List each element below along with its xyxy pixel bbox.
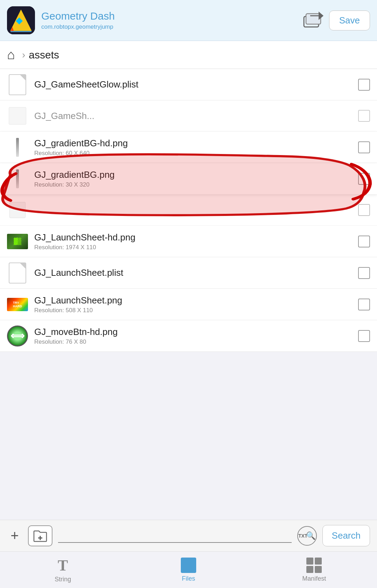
thumb-text: TRYHARD	[13, 301, 22, 308]
doc-icon	[9, 74, 26, 95]
file-thumb-2	[7, 105, 28, 126]
txt-search-button[interactable]: TXT 🔍	[297, 526, 317, 546]
breadcrumb-separator: ›	[22, 49, 25, 61]
files-icon-block	[181, 558, 196, 573]
file-name: GJ_LaunchSheet-hd.png	[34, 232, 358, 243]
doc-icon	[9, 262, 26, 284]
file-info-3: GJ_gradientBG-hd.png Resolution: 60 X 64…	[34, 138, 358, 157]
file-meta: Resolution: 1974 X 110	[34, 244, 358, 251]
file-item-gradient[interactable]: GJ_gradientBG.png Resolution: 30 X 320	[0, 163, 377, 195]
header-actions: Save	[303, 10, 370, 30]
file-name: GJ_gradientBG.png	[34, 169, 358, 180]
file-name: GJ_gradientBG-hd.png	[34, 138, 358, 149]
file-name: GJ_GameSh...	[34, 111, 358, 121]
files-tab-icon	[181, 558, 196, 573]
file-info-6: GJ_LaunchSheet-hd.png Resolution: 1974 X…	[34, 232, 358, 251]
file-info-1: GJ_GameSheetGlow.plist	[34, 79, 358, 90]
thumb-icon: ⟺	[10, 330, 24, 342]
tab-files-label: Files	[182, 575, 195, 582]
save-button[interactable]: Save	[329, 10, 370, 30]
file-info-2: GJ_GameSh...	[34, 111, 358, 121]
file-item-movebtn[interactable]: ⟺ GJ_moveBtn-hd.png Resolution: 76 X 80	[0, 320, 377, 352]
file-checkbox[interactable]	[358, 173, 370, 185]
app-bundle: com.robtopx.geometryjump	[41, 23, 303, 30]
search-magnifier: 🔍	[306, 531, 315, 540]
file-list-wrapper: GJ_GameSheetGlow.plist GJ_GameSh...	[0, 69, 377, 520]
file-checkbox[interactable]	[358, 267, 370, 279]
file-checkbox[interactable]	[358, 204, 370, 216]
file-item[interactable]: GJ_GameSh...	[0, 100, 377, 132]
file-thumb-3	[7, 137, 28, 158]
file-list: GJ_GameSheetGlow.plist GJ_GameSh...	[0, 69, 377, 352]
breadcrumb-path: assets	[29, 49, 59, 61]
gradient-icon	[16, 169, 19, 188]
gradient-icon	[16, 138, 19, 157]
tab-manifest[interactable]: Manifest	[251, 552, 377, 588]
doc-icon-small	[9, 107, 26, 125]
file-checkbox[interactable]	[358, 299, 370, 310]
file-thumb-5a	[7, 200, 28, 220]
tab-files[interactable]: Files	[126, 552, 251, 588]
file-info-7: GJ_LaunchSheet.plist	[34, 267, 358, 278]
file-item-launch-plist[interactable]: GJ_LaunchSheet.plist	[0, 257, 377, 289]
file-info-8: GJ_LaunchSheet.png Resolution: 508 X 110	[34, 295, 358, 314]
file-name: GJ_moveBtn-hd.png	[34, 327, 358, 337]
manifest-grid-cell	[315, 566, 322, 573]
thumb-text: ▓▒	[14, 238, 21, 245]
search-button[interactable]: Search	[322, 525, 370, 546]
file-meta: Resolution: 508 X 110	[34, 307, 358, 314]
file-thumb-6: ▓▒	[7, 231, 28, 252]
tab-string[interactable]: T String	[0, 552, 126, 588]
string-tab-icon: T	[58, 556, 68, 574]
app-container: Geometry Dash com.robtopx.geometryjump S…	[0, 0, 377, 588]
file-item[interactable]: GJ_GameSheetGlow.plist	[0, 69, 377, 100]
file-checkbox[interactable]	[358, 236, 370, 247]
file-thumb-1	[7, 74, 28, 95]
file-item-gradient-hd[interactable]: GJ_gradientBG-hd.png Resolution: 60 X 64…	[0, 132, 377, 163]
launch-thumbnail: TRYHARD	[7, 298, 28, 311]
home-icon[interactable]: ⌂	[7, 47, 15, 62]
app-header: Geometry Dash com.robtopx.geometryjump S…	[0, 0, 377, 41]
breadcrumb: ⌂ › assets	[0, 41, 377, 69]
launch-hd-thumbnail: ▓▒	[7, 234, 28, 249]
file-name: GJ_GameSheetGlow.plist	[34, 79, 358, 90]
file-checkbox[interactable]	[358, 79, 370, 91]
file-info-9: GJ_moveBtn-hd.png Resolution: 76 X 80	[34, 327, 358, 345]
file-item[interactable]	[0, 195, 377, 226]
app-info: Geometry Dash com.robtopx.geometryjump	[41, 10, 303, 30]
tab-string-label: String	[55, 576, 71, 583]
file-checkbox[interactable]	[358, 141, 370, 153]
file-meta: Resolution: 30 X 320	[34, 181, 358, 188]
manifest-tab-icon	[306, 558, 322, 573]
app-icon	[7, 6, 35, 34]
manifest-grid-icon	[306, 558, 322, 573]
manifest-grid-cell	[306, 558, 313, 565]
file-item-launch-png[interactable]: TRYHARD GJ_LaunchSheet.png Resolution: 5…	[0, 289, 377, 320]
file-thumb-9: ⟺	[7, 326, 28, 346]
file-thumb-8: TRYHARD	[7, 294, 28, 315]
file-meta: Resolution: 60 X 640	[34, 150, 358, 157]
movebtn-thumbnail: ⟺	[7, 326, 28, 346]
file-info-4: GJ_gradientBG.png Resolution: 30 X 320	[34, 169, 358, 188]
file-item-launch-hd[interactable]: ▓▒ GJ_LaunchSheet-hd.png Resolution: 197…	[0, 226, 377, 257]
file-name: GJ_LaunchSheet.png	[34, 295, 358, 306]
file-thumb-4	[7, 168, 28, 189]
doc-icon-partial	[9, 202, 26, 218]
file-checkbox[interactable]	[358, 110, 370, 122]
add-button[interactable]: +	[7, 528, 22, 544]
manifest-grid-cell	[306, 566, 313, 573]
file-meta: Resolution: 76 X 80	[34, 338, 358, 345]
file-checkbox[interactable]	[358, 330, 370, 342]
add-folder-button[interactable]	[28, 525, 52, 546]
manifest-grid-cell	[315, 558, 322, 565]
app-name: Geometry Dash	[41, 10, 303, 22]
tab-manifest-label: Manifest	[302, 575, 326, 582]
tab-bar: T String Files Manifest	[0, 551, 377, 588]
search-input[interactable]	[58, 529, 292, 543]
transfer-icon[interactable]	[303, 11, 323, 30]
file-name: GJ_LaunchSheet.plist	[34, 267, 358, 278]
bottom-toolbar: + TXT 🔍 Search	[0, 520, 377, 551]
txt-search-container: TXT 🔍	[297, 526, 317, 546]
file-thumb-7	[7, 262, 28, 284]
